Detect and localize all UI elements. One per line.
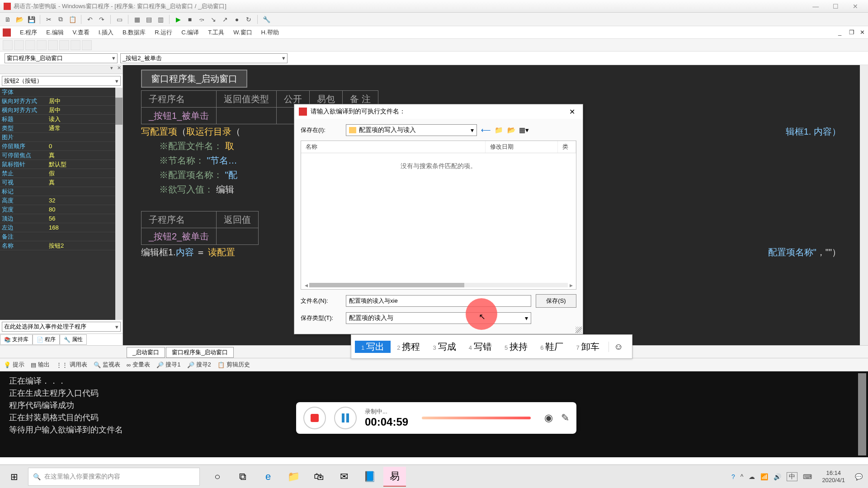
save-button[interactable]: 保存(S): [536, 294, 576, 308]
filelist-hscrollbar[interactable]: ◂▸: [303, 282, 574, 288]
task-cortana-icon[interactable]: ○: [206, 467, 229, 487]
prop-row[interactable]: 图片: [0, 133, 123, 142]
recorder-pause-button[interactable]: [334, 407, 357, 429]
tb2-1[interactable]: [3, 40, 13, 50]
task-edge-icon[interactable]: e: [257, 467, 279, 487]
prop-row[interactable]: 禁止假: [0, 169, 123, 178]
nav-view-icon[interactable]: ▦▾: [519, 126, 528, 135]
event-selector[interactable]: 在此处选择加入事件处理子程序▾: [2, 322, 121, 332]
menu-view[interactable]: V.查看: [68, 28, 94, 37]
mdi-minimize-icon[interactable]: _: [834, 29, 844, 36]
system-tray[interactable]: ? ^ ☁ 📶 🔊 中 ⌨ 16:142020/4/1 💬: [726, 469, 868, 483]
prop-row[interactable]: 标题读入: [0, 115, 123, 124]
menu-program[interactable]: E.程序: [15, 28, 42, 37]
prop-row[interactable]: 可停留焦点真: [0, 151, 123, 160]
prop-row[interactable]: 停留顺序0: [0, 142, 123, 151]
prop-row[interactable]: 顶边56: [0, 214, 123, 223]
recorder-pen-icon[interactable]: ✎: [561, 412, 569, 424]
btab-callstack[interactable]: ⋮⋮调用表: [56, 361, 87, 369]
save-in-combo[interactable]: 配置项的写入与读入 ▾: [346, 124, 477, 136]
object-selector[interactable]: 按钮2（按钮）▾: [2, 76, 121, 86]
btab-output[interactable]: ▤输出: [31, 361, 50, 369]
tray-keyboard-icon[interactable]: ⌨: [803, 473, 812, 480]
save-icon[interactable]: 💾: [26, 14, 36, 24]
menu-compile[interactable]: C.编译: [177, 28, 203, 37]
prop-row[interactable]: 左边168: [0, 223, 123, 232]
tb2-5[interactable]: [48, 40, 58, 50]
tray-wifi-icon[interactable]: 📶: [760, 473, 768, 480]
tab-program[interactable]: 📄程序: [33, 334, 60, 345]
tb2-8[interactable]: [82, 40, 92, 50]
tb2-6[interactable]: [59, 40, 69, 50]
ime-emoji-icon[interactable]: ☺: [609, 342, 628, 352]
cascade-icon[interactable]: ▤: [144, 14, 154, 24]
property-grid[interactable]: 字体纵向对齐方式居中横向对齐方式居中标题读入类型通常图片停留顺序0可停留焦点真鼠…: [0, 88, 123, 320]
tb2-7[interactable]: [71, 40, 80, 50]
copy-icon[interactable]: ⧉: [56, 14, 66, 24]
window-icon[interactable]: ▭: [114, 14, 124, 24]
task-app1-icon[interactable]: 📘: [358, 467, 381, 487]
ime-candidate[interactable]: 6鞋厂: [534, 341, 570, 353]
cut-icon[interactable]: ✂: [44, 14, 54, 24]
tray-notifications-icon[interactable]: 💬: [855, 473, 863, 480]
filename-input[interactable]: [346, 295, 531, 307]
prop-row[interactable]: 纵向对齐方式居中: [0, 97, 123, 106]
tray-onedrive-icon[interactable]: ☁: [749, 473, 755, 480]
filetype-combo[interactable]: 配置项的读入与▾: [346, 312, 531, 324]
mdi-close-icon[interactable]: ✕: [855, 29, 865, 36]
btab-search2[interactable]: 🔎搜寻2: [187, 361, 211, 369]
close-button[interactable]: ✕: [846, 3, 864, 10]
prop-row[interactable]: 高度32: [0, 196, 123, 205]
menu-tools[interactable]: T.工具: [203, 28, 229, 37]
mdi-restore-icon[interactable]: ❐: [844, 29, 854, 36]
start-button[interactable]: ⊞: [0, 465, 28, 488]
task-store-icon[interactable]: 🛍: [307, 467, 330, 487]
menu-database[interactable]: B.数据库: [118, 28, 150, 37]
tab-support-lib[interactable]: 📚支持库: [0, 334, 33, 345]
menu-help[interactable]: H.帮助: [257, 28, 283, 37]
function-combo[interactable]: _按钮2_被单击▾: [120, 53, 288, 63]
ime-candidate[interactable]: 2携程: [391, 341, 426, 353]
maximize-button[interactable]: ☐: [826, 3, 844, 10]
panel-close-icon[interactable]: ✕: [115, 65, 123, 74]
col-type[interactable]: 类: [558, 141, 576, 153]
split-icon[interactable]: ▥: [156, 14, 165, 24]
btab-vars[interactable]: ∞变量表: [127, 361, 150, 369]
btab-cliphistory[interactable]: 📋剪辑历史: [217, 361, 250, 369]
undo-icon[interactable]: ↶: [85, 14, 95, 24]
menu-insert[interactable]: I.插入: [94, 28, 118, 37]
ime-candidate[interactable]: 7卸车: [570, 341, 605, 353]
ime-candidate[interactable]: 1写出: [355, 341, 391, 353]
step-out-icon[interactable]: ↗: [220, 14, 230, 24]
editor-tab-1[interactable]: _启动窗口: [127, 347, 165, 358]
refresh-icon[interactable]: ↻: [244, 14, 254, 24]
prop-row[interactable]: 标记: [0, 187, 123, 196]
propgrid-scrollbar[interactable]: [115, 88, 123, 320]
ime-candidate-bar[interactable]: 1写出2携程3写成4写错5挟持6鞋厂7卸车☺: [351, 334, 632, 359]
editor-vscrollbar[interactable]: [860, 65, 868, 345]
col-date[interactable]: 修改日期: [486, 141, 558, 153]
run-icon[interactable]: ▶: [173, 14, 183, 24]
tb2-3[interactable]: [25, 40, 35, 50]
prop-row[interactable]: 宽度80: [0, 205, 123, 214]
tool-icon[interactable]: 🔧: [261, 14, 271, 24]
paste-icon[interactable]: 📋: [67, 14, 77, 24]
output-scrollbar[interactable]: [858, 373, 866, 455]
menu-window[interactable]: W.窗口: [229, 28, 256, 37]
ime-candidate[interactable]: 4写错: [462, 341, 498, 353]
nav-newfolder-icon[interactable]: 📂: [507, 126, 516, 135]
btab-hint[interactable]: 💡提示: [4, 361, 24, 369]
prop-row[interactable]: 可视真: [0, 178, 123, 187]
dialog-resize-grip[interactable]: [576, 327, 582, 333]
task-taskview-icon[interactable]: ⧉: [231, 467, 254, 487]
redo-icon[interactable]: ↷: [97, 14, 107, 24]
btab-watch[interactable]: 🔍监视表: [94, 361, 120, 369]
screen-recorder-bar[interactable]: 录制中... 00:04:59 ◉ ✎: [296, 402, 576, 434]
col-name[interactable]: 名称: [301, 141, 486, 153]
menu-edit[interactable]: E.编辑: [42, 28, 68, 37]
task-elang-icon[interactable]: 易: [383, 467, 406, 487]
tray-clock[interactable]: 16:142020/4/1: [817, 469, 849, 483]
prop-row[interactable]: 备注: [0, 232, 123, 241]
tile-icon[interactable]: ▦: [132, 14, 142, 24]
tray-ime-badge[interactable]: 中: [787, 472, 797, 481]
